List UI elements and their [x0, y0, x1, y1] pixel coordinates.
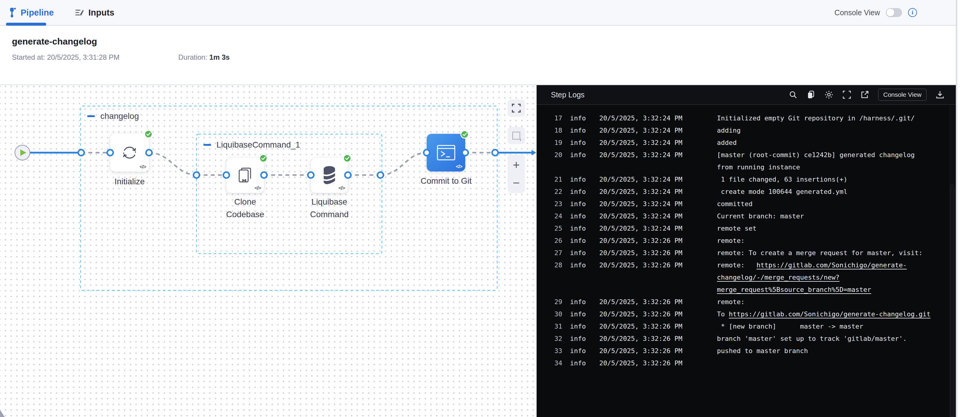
- log-message: Initialized empty Git repository in /har…: [717, 112, 915, 124]
- log-row: 20info20/5/2025, 3:32:24 PM[master (root…: [536, 149, 956, 173]
- fullscreen-icon: [512, 103, 521, 113]
- log-row: 19info20/5/2025, 3:32:24 PMadded: [536, 137, 956, 149]
- copy-icon[interactable]: [807, 90, 816, 99]
- log-message: added: [717, 137, 737, 149]
- log-scrollbar[interactable]: [950, 105, 955, 417]
- tab-inputs[interactable]: Inputs: [75, 0, 115, 25]
- duration-value: 1m 3s: [209, 53, 230, 61]
- step-node-commit-to-git[interactable]: </>: [427, 134, 465, 172]
- code-badge: </>: [140, 164, 146, 170]
- log-message: Current branch: master: [717, 210, 804, 222]
- step-node-initialize[interactable]: </>: [110, 134, 149, 172]
- log-row: 24info20/5/2025, 3:32:24 PMCurrent branc…: [536, 210, 956, 222]
- expand-fullscreen-icon[interactable]: [842, 90, 851, 99]
- step-node-clone-codebase[interactable]: </>: [226, 158, 264, 193]
- start-node[interactable]: [15, 145, 30, 160]
- tab-pipeline[interactable]: Pipeline: [8, 0, 54, 25]
- active-tab-underline: [6, 23, 46, 26]
- canvas-zoom-control: + −: [508, 155, 525, 193]
- tab-pipeline-label: Pipeline: [21, 8, 54, 18]
- canvas-select-button[interactable]: ↓: [508, 127, 525, 144]
- success-check-badge: [460, 130, 469, 138]
- success-check-badge: [144, 130, 153, 138]
- log-message: adding: [717, 124, 741, 137]
- log-row: 30info20/5/2025, 3:32:26 PMTo https://gi…: [536, 308, 956, 320]
- pipeline-canvas[interactable]: changelog LiquibaseCommand_1 </>: [0, 86, 536, 417]
- liquibase-icon: [321, 166, 338, 185]
- log-message: committed: [717, 198, 752, 210]
- node-label-clone-codebase: Clone Codebase: [211, 196, 280, 221]
- collapse-minus-icon: [204, 144, 211, 146]
- log-message: remote:: [717, 296, 745, 308]
- log-row: 34info20/5/2025, 3:32:26 PM: [536, 357, 956, 369]
- step-node-liquibase-command[interactable]: </>: [311, 158, 348, 193]
- stage-collapse-changelog[interactable]: changelog: [87, 111, 139, 121]
- log-message: branch 'master' set up to track 'gitlab/…: [717, 333, 907, 345]
- step-logs-title: Step Logs: [551, 91, 585, 99]
- log-message: remote set: [717, 222, 756, 234]
- code-badge: </>: [255, 185, 261, 191]
- code-badge: </>: [456, 164, 462, 170]
- log-message: create mode 100644 generated.yml: [717, 186, 848, 198]
- node-label-initialize: Initialize: [95, 175, 164, 188]
- marquee-select-icon: ↓: [512, 132, 520, 140]
- canvas-fullscreen-button[interactable]: [508, 99, 525, 117]
- log-scrollbar-thumb[interactable]: [950, 185, 954, 417]
- console-view-button[interactable]: Console View: [878, 89, 927, 101]
- group-boundary-liquibasecommand: [196, 134, 382, 254]
- code-badge: </>: [338, 185, 345, 191]
- inputs-icon: [75, 8, 84, 18]
- log-message: remote:: [717, 234, 745, 247]
- console-view-control: Console View i: [835, 0, 917, 25]
- log-link[interactable]: https://gitlab.com/Sonichigo/generate-: [756, 261, 907, 269]
- log-row: 29info20/5/2025, 3:32:26 PMremote:: [536, 296, 956, 308]
- started-at: Started at: 20/5/2025, 3:31:28 PM: [12, 53, 119, 62]
- log-link[interactable]: changelog/-/merge_requests/new?: [717, 274, 840, 281]
- pipeline-icon: [8, 8, 16, 18]
- log-message: remote: https://gitlab.com/Sonichigo/gen…: [717, 259, 907, 296]
- log-row: 23info20/5/2025, 3:32:24 PMcommitted: [536, 198, 956, 210]
- log-row: 31info20/5/2025, 3:32:26 PM * [new branc…: [536, 320, 956, 333]
- log-row: 28info20/5/2025, 3:32:26 PMremote: https…: [536, 259, 956, 296]
- settings-icon[interactable]: [824, 90, 834, 99]
- info-icon[interactable]: i: [908, 8, 917, 17]
- duration: Duration: 1m 3s: [178, 53, 230, 62]
- log-row: 26info20/5/2025, 3:32:26 PMremote:: [536, 234, 956, 247]
- log-message: 1 file changed, 63 insertions(+): [717, 173, 848, 186]
- started-at-value: 20/5/2025, 3:31:28 PM: [47, 53, 119, 61]
- node-label-commit-to-git: Commit to Git: [412, 175, 480, 187]
- zoom-out-button[interactable]: −: [513, 177, 520, 189]
- terminal-icon: [436, 144, 456, 161]
- log-link[interactable]: https://gitlab.com/Sonichigo/generate-ch…: [729, 310, 931, 318]
- log-row: 18info20/5/2025, 3:32:24 PMadding: [536, 124, 956, 137]
- log-row: 27info20/5/2025, 3:32:26 PMremote: To cr…: [536, 247, 956, 259]
- log-row: 17info20/5/2025, 3:32:24 PMInitialized e…: [536, 112, 956, 124]
- log-message: pushed to master branch: [717, 345, 808, 357]
- log-message: [master (root-commit) ce1242b] generated…: [717, 149, 915, 173]
- stage-label: changelog: [100, 111, 139, 121]
- search-icon[interactable]: [789, 90, 797, 99]
- page-scroll-gutter: [956, 0, 980, 417]
- success-check-badge: [343, 154, 352, 162]
- canvas-corner-handle: [0, 410, 5, 417]
- open-in-new-icon[interactable]: [860, 90, 869, 99]
- step-logs-panel: Step Logs: [536, 85, 956, 417]
- log-row: 22info20/5/2025, 3:32:24 PM create mode …: [536, 186, 956, 198]
- duration-label: Duration:: [178, 53, 207, 61]
- initialize-sync-icon: [120, 143, 139, 162]
- pipeline-execution-page: Pipeline Inputs Console View i generate-…: [0, 0, 980, 417]
- group-collapse-liquibasecommand[interactable]: LiquibaseCommand_1: [204, 140, 300, 150]
- log-output: 17info20/5/2025, 3:32:24 PMInitialized e…: [536, 105, 956, 417]
- log-row: 33info20/5/2025, 3:32:26 PMpushed to mas…: [536, 345, 956, 357]
- top-tab-bar: Pipeline Inputs Console View i: [0, 0, 956, 26]
- log-link[interactable]: merge_request%5Bsource_branch%5D=master: [717, 286, 871, 293]
- console-view-toggle[interactable]: [886, 8, 902, 17]
- clone-codebase-icon: [236, 166, 254, 184]
- log-message: * [new branch] master -> master: [717, 320, 863, 333]
- log-toolbar: Console View: [789, 89, 945, 101]
- zoom-in-button[interactable]: +: [513, 159, 520, 171]
- log-row: 32info20/5/2025, 3:32:26 PMbranch 'maste…: [536, 333, 956, 345]
- tab-inputs-label: Inputs: [88, 8, 115, 18]
- node-label-liquibase-command: Liquibase Command: [295, 196, 364, 221]
- download-icon[interactable]: [935, 90, 945, 99]
